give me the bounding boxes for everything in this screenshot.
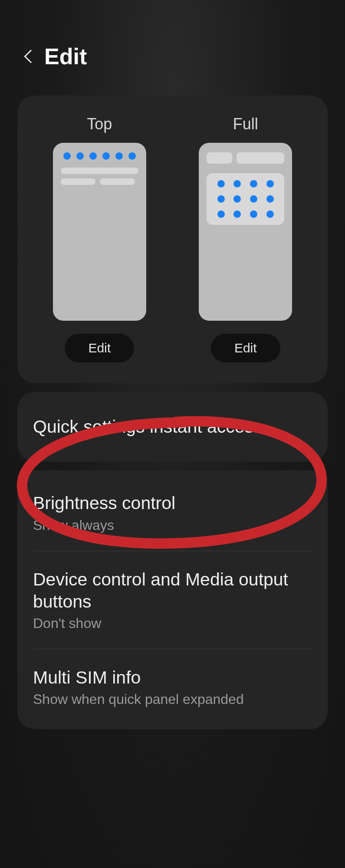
dots-row-icon: [61, 152, 138, 160]
preview-label-full: Full: [233, 115, 258, 133]
setting-title: Brightness control: [33, 492, 312, 514]
header-bar: Edit: [0, 0, 345, 87]
settings-group-card: Brightness control Show always Device co…: [17, 470, 328, 729]
setting-multi-sim-info[interactable]: Multi SIM info Show when quick panel exp…: [33, 667, 312, 707]
header-blocks-icon: [207, 152, 284, 164]
setting-device-control-media-output[interactable]: Device control and Media output buttons …: [33, 569, 312, 632]
edit-full-button[interactable]: Edit: [211, 334, 280, 362]
setting-sub: Show always: [33, 517, 312, 533]
preview-label-top: Top: [87, 115, 112, 133]
setting-sub: Don't show: [33, 615, 312, 631]
divider: [33, 551, 312, 551]
divider: [33, 649, 312, 649]
setting-quick-settings-instant-access[interactable]: Quick settings instant access: [17, 392, 328, 462]
preview-row: Top Edit Full: [33, 115, 312, 362]
page-title: Edit: [44, 43, 87, 69]
preview-column-full: Full Edit: [179, 115, 312, 362]
panel-layout-preview-card: Top Edit Full: [17, 95, 328, 383]
setting-title: Device control and Media output buttons: [33, 569, 312, 613]
setting-title: Multi SIM info: [33, 667, 312, 689]
preview-thumbnail-full[interactable]: [199, 143, 292, 321]
back-icon[interactable]: [24, 49, 37, 63]
setting-brightness-control[interactable]: Brightness control Show always: [33, 492, 312, 533]
setting-title: Quick settings instant access: [33, 416, 312, 438]
edit-top-button[interactable]: Edit: [65, 334, 134, 362]
setting-sub: Show when quick panel expanded: [33, 691, 312, 707]
preview-column-top: Top Edit: [33, 115, 166, 362]
preview-thumbnail-top[interactable]: [53, 143, 146, 321]
grid-panel-icon: [207, 173, 284, 225]
